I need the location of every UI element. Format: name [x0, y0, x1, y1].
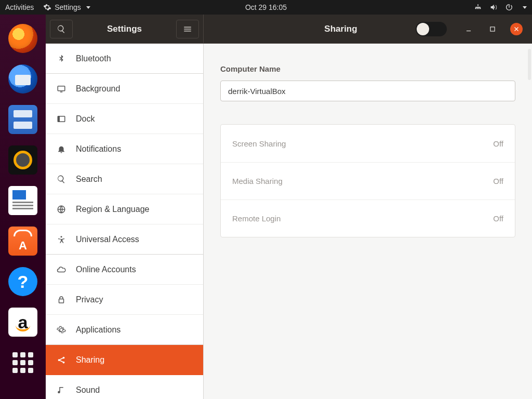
- sharing-panel: Computer Name Screen Sharing Off Media S…: [204, 44, 532, 399]
- sidebar-item-label: Region & Language: [76, 205, 149, 214]
- sidebar-item-label: Sound: [76, 385, 100, 395]
- row-value: Off: [493, 214, 503, 223]
- sidebar-item-label: Background: [76, 84, 120, 94]
- svg-rect-2: [58, 86, 65, 90]
- clock[interactable]: Oct 29 16:05: [245, 3, 287, 11]
- ubuntu-dock: ? a: [0, 15, 46, 399]
- sidebar-item-label: Notifications: [76, 144, 121, 154]
- sidebar-item-sound[interactable]: Sound: [46, 375, 203, 399]
- titlebar-left: Settings: [46, 15, 204, 43]
- titlebar-right: Sharing: [204, 15, 532, 43]
- sidebar-item-notifications[interactable]: Notifications: [46, 134, 203, 164]
- volume-icon[interactable]: [489, 3, 498, 11]
- network-icon[interactable]: [474, 3, 482, 11]
- gear-icon: [56, 325, 66, 335]
- computer-name-input[interactable]: [220, 81, 515, 101]
- window-close[interactable]: [510, 23, 523, 35]
- sidebar-item-privacy[interactable]: Privacy: [46, 285, 203, 315]
- sidebar-item-sharing[interactable]: Sharing: [46, 345, 203, 375]
- sidebar-item-dock[interactable]: Dock: [46, 104, 203, 134]
- search-icon: [56, 175, 66, 184]
- row-label: Screen Sharing: [232, 139, 286, 148]
- share-icon: [56, 355, 66, 365]
- window-maximize[interactable]: [486, 23, 499, 35]
- dock-files[interactable]: [8, 105, 37, 134]
- hamburger-button[interactable]: [176, 20, 199, 38]
- row-value: Off: [493, 177, 503, 185]
- help-glyph: ?: [18, 272, 29, 292]
- sidebar-item-label: Universal Access: [76, 235, 139, 244]
- sidebar-item-search[interactable]: Search: [46, 164, 203, 194]
- dock-help[interactable]: ?: [8, 267, 37, 296]
- dock-libreoffice-writer[interactable]: [8, 186, 37, 215]
- dock-show-applications[interactable]: [8, 348, 37, 377]
- row-screen-sharing[interactable]: Screen Sharing Off: [221, 125, 515, 162]
- row-label: Remote Login: [232, 214, 281, 223]
- power-icon[interactable]: [505, 3, 513, 11]
- row-remote-login[interactable]: Remote Login Off: [221, 200, 515, 237]
- sidebar-item-label: Sharing: [76, 355, 104, 365]
- search-button[interactable]: [50, 20, 73, 38]
- dock-icon: [56, 114, 66, 124]
- dock-rhythmbox[interactable]: [8, 145, 37, 175]
- row-media-sharing[interactable]: Media Sharing Off: [221, 162, 515, 200]
- settings-window: Settings Sharing Bluetooth: [46, 15, 532, 399]
- cloud-icon: [56, 265, 66, 274]
- gear-icon: [43, 3, 51, 11]
- sidebar-item-label: Dock: [76, 114, 95, 124]
- header-title: Sharing: [204, 24, 416, 34]
- dock-firefox[interactable]: [8, 24, 37, 53]
- computer-name-label: Computer Name: [220, 64, 515, 73]
- gnome-top-panel: Activities Settings Oct 29 16:05: [0, 0, 532, 15]
- app-menu-label: Settings: [55, 3, 81, 11]
- sidebar-title: Settings: [77, 24, 172, 34]
- sidebar-item-label: Search: [76, 175, 102, 184]
- row-value: Off: [493, 139, 503, 148]
- toggle-knob: [417, 23, 429, 35]
- svg-rect-3: [60, 91, 63, 92]
- bluetooth-icon: [56, 54, 66, 63]
- clock-text: Oct 29 16:05: [245, 3, 287, 11]
- dock-amazon[interactable]: a: [8, 308, 37, 337]
- dock-ubuntu-software[interactable]: [8, 227, 37, 256]
- svg-rect-0: [467, 30, 471, 31]
- chevron-down-icon: [86, 6, 90, 9]
- search-icon: [57, 24, 66, 34]
- app-menu[interactable]: Settings: [43, 3, 90, 11]
- accessibility-icon: [56, 235, 66, 244]
- lock-icon: [56, 295, 66, 304]
- svg-rect-8: [59, 299, 64, 303]
- scrollbar[interactable]: [528, 49, 531, 80]
- window-minimize[interactable]: [462, 23, 475, 35]
- sidebar-item-region[interactable]: Region & Language: [46, 194, 203, 224]
- activities-label: Activities: [5, 3, 34, 11]
- settings-sidebar: Bluetooth Background Dock Notifications …: [46, 44, 204, 399]
- dock-thunderbird[interactable]: [8, 64, 37, 94]
- sharing-master-toggle[interactable]: [416, 22, 447, 36]
- system-menu-caret-icon[interactable]: [523, 6, 527, 9]
- apps-grid-icon: [12, 352, 33, 373]
- sidebar-item-bluetooth[interactable]: Bluetooth: [46, 44, 203, 74]
- sidebar-item-label: Applications: [76, 325, 121, 335]
- sidebar-item-universal-access[interactable]: Universal Access: [46, 224, 203, 255]
- music-note-icon: [56, 385, 66, 395]
- sharing-rows: Screen Sharing Off Media Sharing Off Rem…: [220, 124, 515, 237]
- amazon-glyph: a: [18, 312, 28, 332]
- titlebar: Settings Sharing: [46, 15, 532, 44]
- globe-icon: [56, 205, 66, 214]
- desktop-icon: [56, 84, 66, 94]
- hamburger-icon: [183, 24, 192, 34]
- activities-button[interactable]: Activities: [5, 3, 34, 11]
- svg-point-7: [61, 236, 62, 237]
- bell-icon: [56, 144, 66, 154]
- row-label: Media Sharing: [232, 177, 283, 185]
- sidebar-item-background[interactable]: Background: [46, 74, 203, 104]
- sidebar-item-label: Bluetooth: [76, 54, 111, 63]
- sidebar-item-online-accounts[interactable]: Online Accounts: [46, 255, 203, 285]
- sidebar-item-applications[interactable]: Applications: [46, 315, 203, 345]
- sidebar-item-label: Privacy: [76, 295, 103, 304]
- svg-rect-5: [58, 116, 60, 122]
- sidebar-item-label: Online Accounts: [76, 265, 136, 274]
- svg-rect-1: [490, 26, 495, 31]
